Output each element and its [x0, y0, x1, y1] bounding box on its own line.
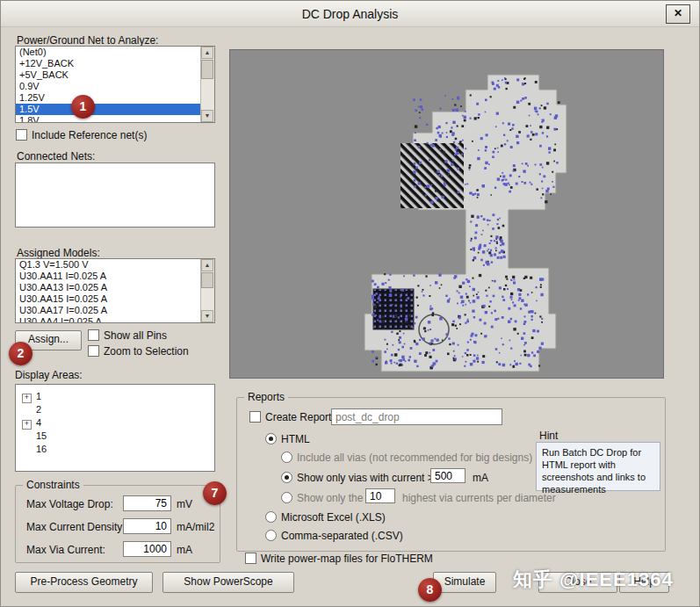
- create-report-checkbox[interactable]: Create Report: [249, 411, 331, 423]
- model-list-item[interactable]: U30.AA11 I=0.025 A: [16, 271, 201, 282]
- report-name-field[interactable]: [331, 408, 502, 425]
- tree-item-label: 16: [36, 444, 47, 454]
- csv-label: Comma-separated (.CSV): [281, 530, 403, 542]
- zoom-to-selection-label: Zoom to Selection: [104, 345, 189, 358]
- tree-item-label: 1: [36, 391, 41, 401]
- model-list-item[interactable]: U30.AA4 I=0.025 A: [16, 316, 201, 323]
- simulate-button[interactable]: Simulate: [433, 572, 496, 593]
- max-current-density-unit: mA/mil2: [177, 521, 214, 533]
- show-vias-current-radio[interactable]: Show only vias with current >: [281, 472, 434, 484]
- checkbox-icon[interactable]: [249, 411, 261, 423]
- max-via-current-field[interactable]: [123, 541, 171, 557]
- include-all-vias-radio[interactable]: Include all vias (not recommended for bi…: [281, 452, 532, 464]
- max-voltage-drop-unit: mV: [177, 498, 192, 510]
- create-report-label: Create Report: [265, 411, 331, 423]
- annotation-badge-2: 2: [9, 342, 32, 365]
- show-only-radio[interactable]: Show only the: [281, 492, 363, 504]
- dialog-title: DC Drop Analysis: [1, 7, 699, 21]
- reports-legend: Reports: [244, 391, 288, 403]
- scroll-up-icon[interactable]: ▲: [201, 47, 213, 59]
- include-all-vias-label: Include all vias (not recommended for bi…: [297, 452, 532, 464]
- net-list-item[interactable]: 0.9V: [16, 81, 201, 92]
- annotation-badge-1: 1: [71, 95, 95, 119]
- html-radio[interactable]: HTML: [265, 433, 310, 445]
- show-only-label: Show only the: [297, 492, 363, 504]
- board-image: [230, 50, 663, 378]
- radio-icon[interactable]: [265, 530, 277, 541]
- scroll-down-icon[interactable]: ▼: [201, 310, 213, 322]
- excel-radio[interactable]: Microsoft Excel (.XLS): [265, 511, 386, 524]
- checkbox-icon[interactable]: [88, 345, 99, 357]
- tree-item[interactable]: +4: [16, 416, 214, 430]
- show-only-suffix: highest via currents per diameter: [402, 492, 556, 504]
- include-reference-checkbox[interactable]: Include Reference net(s): [16, 129, 147, 141]
- radio-icon[interactable]: [281, 452, 292, 463]
- scroll-up-icon[interactable]: ▲: [201, 259, 213, 271]
- expander-icon[interactable]: +: [22, 394, 32, 403]
- reports-group: Reports Create Report HTML Include all v…: [236, 397, 666, 552]
- net-list-item[interactable]: (Net0): [16, 47, 201, 58]
- scroll-thumb[interactable]: [201, 272, 213, 288]
- show-vias-current-label: Show only vias with current >: [297, 472, 434, 484]
- constraints-legend: Constraints: [23, 479, 83, 491]
- hint-box: Run Batch DC Drop for HTML report with s…: [536, 442, 660, 491]
- model-list-item[interactable]: U30.AA13 I=0.025 A: [16, 282, 201, 293]
- via-current-threshold-field[interactable]: [430, 468, 465, 483]
- hint-title: Hint: [539, 430, 558, 442]
- net-list-item[interactable]: +12V_BACK: [16, 58, 201, 69]
- checkbox-icon[interactable]: [245, 553, 256, 564]
- flotherm-checkbox[interactable]: Write power-map files for FloTHERM: [245, 553, 433, 565]
- net-list-item[interactable]: 1.25V: [16, 92, 201, 104]
- model-list-item[interactable]: Q1.3 V=1.500 V: [16, 259, 201, 271]
- highest-via-count-field[interactable]: [365, 488, 395, 503]
- annotation-badge-8: 8: [418, 578, 442, 602]
- assigned-models-label: Assigned Models:: [17, 247, 100, 259]
- checkbox-icon[interactable]: [16, 129, 27, 141]
- net-list-item-selected[interactable]: 1.5V: [16, 104, 201, 115]
- models-listbox[interactable]: Q1.3 V=1.500 V U30.AA11 I=0.025 A U30.AA…: [15, 258, 215, 323]
- close-icon[interactable]: ✕: [666, 4, 690, 24]
- tree-item[interactable]: 15: [16, 430, 214, 443]
- connected-nets-box[interactable]: [15, 163, 215, 228]
- watermark: 知乎 @IEEE1364: [513, 567, 674, 593]
- scroll-thumb[interactable]: [201, 60, 213, 79]
- radio-selected-icon[interactable]: [265, 433, 277, 444]
- zoom-to-selection-checkbox[interactable]: Zoom to Selection: [88, 345, 189, 358]
- max-current-density-label: Max Current Density:: [26, 521, 126, 533]
- max-voltage-drop-field[interactable]: [123, 495, 171, 511]
- model-list-item[interactable]: U30.AA15 I=0.025 A: [16, 293, 201, 305]
- board-preview: [229, 49, 664, 379]
- tree-item[interactable]: 2: [16, 403, 214, 416]
- preprocess-geometry-button[interactable]: Pre-Process Geometry: [15, 572, 153, 593]
- radio-selected-icon[interactable]: [281, 472, 292, 483]
- tree-item[interactable]: +1: [16, 390, 214, 403]
- net-listbox[interactable]: (Net0) +12V_BACK +5V_BACK 0.9V 1.25V 1.5…: [15, 46, 215, 123]
- expander-icon[interactable]: +: [22, 420, 32, 430]
- checkbox-icon[interactable]: [88, 329, 99, 341]
- net-list-item[interactable]: 1.8V: [16, 115, 201, 123]
- excel-label: Microsoft Excel (.XLS): [281, 511, 386, 524]
- tree-item-label: 2: [36, 404, 41, 415]
- net-list-item[interactable]: +5V_BACK: [16, 69, 201, 81]
- tree-item[interactable]: 16: [16, 443, 214, 456]
- flotherm-label: Write power-map files for FloTHERM: [261, 553, 433, 565]
- scroll-down-icon[interactable]: ▼: [201, 110, 213, 122]
- annotation-badge-7: 7: [203, 481, 227, 505]
- via-current-unit: mA: [473, 472, 488, 484]
- html-label: HTML: [281, 433, 310, 445]
- display-areas-tree[interactable]: +1 2 +4 15 16: [15, 384, 215, 472]
- show-all-pins-checkbox[interactable]: Show all Pins: [88, 329, 167, 342]
- max-voltage-drop-label: Max Voltage Drop:: [26, 498, 113, 510]
- models-scrollbar[interactable]: ▲ ▼: [200, 259, 214, 322]
- radio-icon[interactable]: [265, 511, 277, 523]
- max-current-density-field[interactable]: [123, 518, 171, 534]
- net-list-scrollbar[interactable]: ▲ ▼: [200, 47, 214, 122]
- show-all-pins-label: Show all Pins: [104, 329, 167, 342]
- net-list-label: Power/Ground Net to Analyze:: [17, 34, 158, 47]
- include-reference-label: Include Reference net(s): [32, 129, 147, 141]
- radio-icon[interactable]: [281, 492, 292, 503]
- show-powerscope-button[interactable]: Show PowerScope: [162, 572, 294, 593]
- model-list-item[interactable]: U30.AA17 I=0.025 A: [16, 305, 201, 316]
- connected-nets-label: Connected Nets:: [17, 150, 95, 163]
- csv-radio[interactable]: Comma-separated (.CSV): [265, 530, 403, 542]
